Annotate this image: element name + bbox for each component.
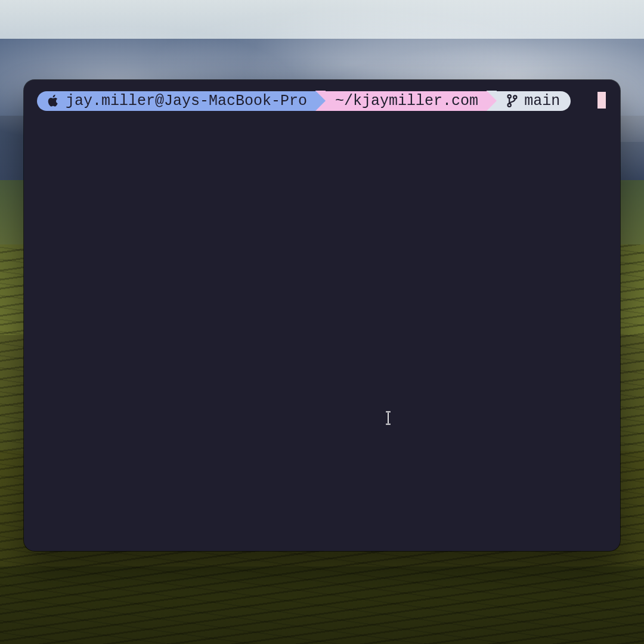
terminal-window[interactable]: jay.miller@Jays-MacBook-Pro ~/kjaymiller… xyxy=(24,80,620,551)
prompt-separator-2 xyxy=(487,91,497,111)
terminal-output-area[interactable] xyxy=(37,116,607,538)
git-branch-icon xyxy=(506,94,518,108)
prompt-user-host-text: jay.miller@Jays-MacBook-Pro xyxy=(66,94,307,109)
prompt-segment-path: ~/kjaymiller.com xyxy=(326,91,487,111)
prompt-branch-text: main xyxy=(524,94,560,109)
prompt-segment-git-branch: main xyxy=(497,91,571,111)
apple-icon xyxy=(47,94,60,107)
prompt-separator-1 xyxy=(315,91,326,111)
prompt-segment-user-host: jay.miller@Jays-MacBook-Pro xyxy=(37,91,315,111)
shell-prompt: jay.miller@Jays-MacBook-Pro ~/kjaymiller… xyxy=(37,91,607,111)
prompt-path-text: ~/kjaymiller.com xyxy=(335,94,478,109)
terminal-cursor xyxy=(597,92,606,109)
